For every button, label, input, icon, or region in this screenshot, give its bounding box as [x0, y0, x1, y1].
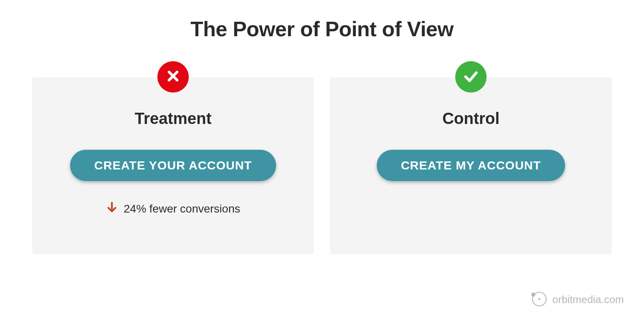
down-arrow-icon — [106, 201, 118, 216]
control-cta-button[interactable]: CREATE MY ACCOUNT — [377, 150, 565, 181]
orbit-logo-icon — [530, 289, 547, 310]
treatment-cta-button[interactable]: CREATE YOUR ACCOUNT — [70, 150, 276, 181]
comparison-cards: Treatment CREATE YOUR ACCOUNT 24% fewer … — [32, 77, 612, 254]
page-title: The Power of Point of View — [190, 17, 453, 41]
treatment-result: 24% fewer conversions — [106, 201, 240, 216]
treatment-label: Treatment — [134, 109, 211, 128]
svg-point-4 — [539, 298, 541, 300]
treatment-result-text: 24% fewer conversions — [124, 202, 240, 215]
footer-attribution: orbitmedia.com — [530, 289, 624, 310]
footer-text: orbitmedia.com — [552, 293, 624, 306]
check-icon — [463, 68, 479, 86]
x-badge — [157, 61, 189, 93]
treatment-card: Treatment CREATE YOUR ACCOUNT 24% fewer … — [32, 77, 314, 254]
check-badge — [455, 61, 487, 93]
control-card: Control CREATE MY ACCOUNT — [330, 77, 612, 254]
svg-point-5 — [531, 293, 535, 297]
control-label: Control — [442, 109, 500, 128]
x-icon — [165, 68, 181, 86]
